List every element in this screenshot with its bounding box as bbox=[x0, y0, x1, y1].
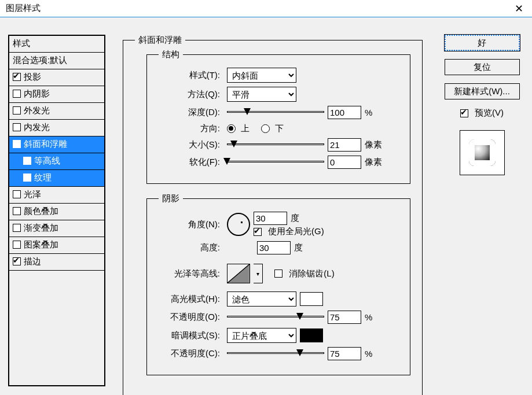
structure-legend: 结构 bbox=[159, 49, 183, 60]
checkbox-icon[interactable] bbox=[13, 257, 21, 265]
style-select[interactable]: 内斜面 bbox=[227, 68, 296, 83]
size-slider[interactable] bbox=[227, 140, 324, 150]
highlight-color-swatch[interactable] bbox=[300, 292, 323, 306]
style-gradient-overlay[interactable]: 渐变叠加 bbox=[9, 220, 105, 237]
size-input[interactable] bbox=[328, 138, 361, 152]
bevel-legend: 斜面和浮雕 bbox=[135, 35, 185, 46]
style-inner-shadow[interactable]: 内阴影 bbox=[9, 86, 105, 102]
preview-label: 预览(V) bbox=[475, 108, 504, 119]
checkbox-icon[interactable] bbox=[13, 123, 21, 131]
shadow-color-swatch[interactable] bbox=[300, 328, 323, 342]
depth-unit: % bbox=[365, 108, 372, 117]
size-label: 大小(S): bbox=[159, 139, 220, 150]
antialias-checkbox[interactable] bbox=[274, 270, 282, 278]
structure-group: 结构 样式(T): 内斜面 方法(Q): 平滑 深度(D): % 方向: bbox=[146, 49, 410, 184]
preview-swatch bbox=[460, 130, 505, 175]
gloss-contour-swatch[interactable] bbox=[227, 264, 250, 283]
highlight-opacity-slider[interactable] bbox=[227, 312, 324, 323]
style-satin[interactable]: 光泽 bbox=[9, 186, 105, 203]
depth-label: 深度(D): bbox=[159, 107, 220, 118]
preview-checkbox[interactable] bbox=[460, 109, 468, 117]
altitude-input[interactable] bbox=[257, 241, 291, 254]
style-drop-shadow[interactable]: 投影 bbox=[9, 69, 105, 86]
highlight-opacity-unit: % bbox=[365, 312, 372, 322]
checkbox-icon[interactable] bbox=[23, 173, 31, 182]
soften-unit: 像素 bbox=[365, 157, 382, 168]
shading-group: 阴影 角度(N): 度 使用全局光(G) bbox=[146, 193, 410, 375]
angle-unit: 度 bbox=[291, 213, 299, 224]
highlight-mode-label: 高光模式(H): bbox=[159, 294, 220, 305]
new-style-button[interactable]: 新建样式(W)... bbox=[445, 83, 520, 99]
direction-label: 方向: bbox=[159, 123, 220, 134]
shadow-mode-select[interactable]: 正片叠底 bbox=[227, 328, 296, 343]
depth-slider[interactable] bbox=[227, 108, 324, 118]
soften-slider[interactable] bbox=[227, 157, 324, 168]
blend-options[interactable]: 混合选项:默认 bbox=[9, 52, 105, 69]
soften-label: 软化(F): bbox=[159, 157, 220, 168]
global-light-checkbox[interactable] bbox=[254, 228, 262, 236]
ok-button[interactable]: 好 bbox=[445, 35, 520, 51]
checkbox-icon[interactable] bbox=[13, 106, 21, 115]
chevron-down-icon[interactable]: ▾ bbox=[254, 264, 263, 283]
style-stroke[interactable]: 描边 bbox=[9, 253, 105, 270]
angle-dial[interactable] bbox=[227, 213, 250, 236]
checkbox-icon[interactable] bbox=[13, 190, 21, 198]
gloss-contour-label: 光泽等高线: bbox=[159, 268, 220, 279]
checkbox-icon[interactable] bbox=[23, 157, 31, 165]
global-light-label: 使用全局光(G) bbox=[268, 226, 324, 237]
highlight-mode-select[interactable]: 滤色 bbox=[227, 291, 296, 307]
shadow-opacity-slider[interactable] bbox=[227, 349, 324, 359]
size-unit: 像素 bbox=[365, 139, 382, 150]
style-pattern-overlay[interactable]: 图案叠加 bbox=[9, 237, 105, 253]
style-color-overlay[interactable]: 颜色叠加 bbox=[9, 203, 105, 220]
checkbox-icon[interactable] bbox=[13, 224, 21, 232]
angle-label: 角度(N): bbox=[159, 219, 220, 230]
direction-down-radio[interactable] bbox=[261, 124, 270, 133]
shadow-opacity-unit: % bbox=[365, 349, 372, 359]
soften-input[interactable] bbox=[328, 156, 361, 169]
highlight-opacity-label: 不透明度(O): bbox=[159, 312, 220, 323]
checkbox-icon[interactable] bbox=[13, 90, 21, 98]
checkbox-icon[interactable] bbox=[13, 140, 21, 148]
style-outer-glow[interactable]: 外发光 bbox=[9, 102, 105, 119]
checkbox-icon[interactable] bbox=[13, 241, 21, 249]
style-contour[interactable]: 等高线 bbox=[9, 153, 105, 169]
technique-select[interactable]: 平滑 bbox=[227, 87, 296, 102]
style-bevel-emboss[interactable]: 斜面和浮雕 bbox=[9, 136, 105, 153]
antialias-label: 消除锯齿(L) bbox=[289, 268, 334, 279]
styles-header: 样式 bbox=[9, 35, 105, 52]
highlight-opacity-input[interactable] bbox=[328, 311, 361, 324]
bevel-emboss-group: 斜面和浮雕 结构 样式(T): 内斜面 方法(Q): 平滑 深度(D): % bbox=[123, 35, 423, 395]
altitude-label: 高度: bbox=[159, 242, 220, 253]
styles-empty bbox=[9, 270, 105, 386]
depth-input[interactable] bbox=[328, 106, 361, 119]
window-title: 图层样式 bbox=[6, 3, 41, 14]
technique-label: 方法(Q): bbox=[159, 89, 220, 100]
style-texture[interactable]: 纹理 bbox=[9, 169, 105, 186]
shadow-opacity-input[interactable] bbox=[328, 347, 361, 360]
shading-legend: 阴影 bbox=[159, 193, 183, 204]
shadow-opacity-label: 不透明度(C): bbox=[159, 348, 220, 359]
angle-input[interactable] bbox=[254, 212, 287, 225]
checkbox-icon[interactable] bbox=[13, 207, 21, 215]
altitude-unit: 度 bbox=[294, 242, 303, 253]
style-label: 样式(T): bbox=[159, 70, 220, 81]
reset-button[interactable]: 复位 bbox=[445, 59, 520, 75]
close-button[interactable]: ✕ bbox=[505, 0, 532, 17]
styles-list: 样式 混合选项:默认 投影 内阴影 外发光 内发光 斜面和浮雕 等高线 纹理 光… bbox=[8, 35, 105, 395]
checkbox-icon[interactable] bbox=[13, 73, 21, 81]
shadow-mode-label: 暗调模式(S): bbox=[159, 330, 220, 341]
direction-up-radio[interactable] bbox=[227, 124, 236, 133]
style-inner-glow[interactable]: 内发光 bbox=[9, 119, 105, 136]
